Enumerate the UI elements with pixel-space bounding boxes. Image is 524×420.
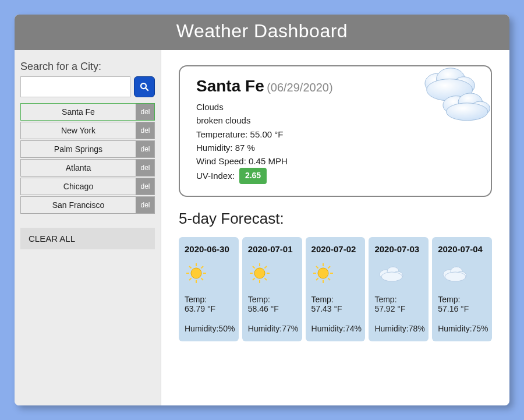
svg-line-16 bbox=[189, 266, 192, 269]
history-delete-button[interactable]: del bbox=[136, 122, 154, 139]
humidity-value: 87 % bbox=[235, 143, 255, 153]
search-button[interactable] bbox=[134, 76, 155, 97]
forecast-temp-value: 63.79 °F bbox=[185, 304, 233, 313]
svg-point-40 bbox=[381, 272, 402, 281]
forecast-temp-value: 57.92 °F bbox=[374, 304, 423, 313]
big-cloud-icon bbox=[407, 61, 494, 125]
svg-line-36 bbox=[328, 266, 330, 269]
forecast-temp-label: Temp: bbox=[374, 295, 423, 304]
svg-line-12 bbox=[201, 278, 203, 280]
history-item-label: San Francisco bbox=[21, 197, 136, 213]
history-item-label: Chicago bbox=[21, 178, 136, 195]
forecast-row: 2020-06-30 Temp: 63.79 °F Humidity:50% 2… bbox=[179, 237, 492, 341]
forecast-card: 2020-07-01 Temp: 58.46 °F Humidity:77% bbox=[242, 237, 302, 341]
history-item[interactable]: New Yorkdel bbox=[20, 122, 155, 139]
history-item[interactable]: Atlantadel bbox=[20, 159, 155, 177]
current-temperature: Temperature: 55.00 °F bbox=[196, 128, 475, 141]
forecast-icon-wrap bbox=[374, 260, 423, 287]
forecast-date: 2020-06-30 bbox=[185, 244, 233, 254]
forecast-temp-label: Temp: bbox=[185, 295, 233, 304]
history-item[interactable]: San Franciscodel bbox=[20, 196, 155, 214]
history-delete-button[interactable]: del bbox=[136, 178, 154, 195]
history-item-label: Palm Springs bbox=[21, 141, 136, 157]
forecast-humidity: Humidity:75% bbox=[438, 324, 486, 333]
search-label: Search for a City: bbox=[20, 61, 155, 73]
history-delete-button[interactable]: del bbox=[136, 197, 154, 213]
search-icon bbox=[139, 82, 150, 92]
search-history-list: Santa FedelNew YorkdelPalm SpringsdelAtl… bbox=[20, 103, 155, 215]
forecast-card: 2020-07-03 Temp: 57.92 °F Humidity:78% bbox=[369, 237, 429, 341]
forecast-temp-value: 57.16 °F bbox=[438, 304, 486, 313]
forecast-icon-wrap bbox=[438, 260, 486, 287]
search-row bbox=[20, 76, 155, 97]
app-body: Search for a City: Santa FedelNew Yorkde… bbox=[15, 50, 509, 405]
cloud-icon bbox=[374, 262, 405, 285]
temp-label: Temperature: bbox=[196, 129, 250, 139]
wind-value: 0.45 MPH bbox=[249, 156, 288, 166]
history-item[interactable]: Santa Fedel bbox=[20, 103, 155, 121]
main-panel: Santa Fe (06/29/2020) Clouds broken clou… bbox=[161, 50, 509, 405]
current-city: Santa Fe bbox=[196, 77, 264, 95]
temp-value: 55.00 °F bbox=[250, 129, 284, 139]
sun-icon bbox=[185, 262, 208, 285]
city-search-input[interactable] bbox=[20, 76, 130, 97]
app-window: Weather Dashboard Search for a City: San… bbox=[15, 15, 509, 405]
forecast-date: 2020-07-03 bbox=[374, 244, 423, 254]
wind-label: Wind Speed: bbox=[196, 156, 249, 166]
current-humidity: Humidity: 87 % bbox=[196, 141, 475, 154]
svg-line-34 bbox=[316, 266, 318, 269]
history-delete-button[interactable]: del bbox=[136, 160, 154, 176]
history-item-label: Atlanta bbox=[21, 160, 136, 176]
history-delete-button[interactable]: del bbox=[136, 141, 154, 157]
forecast-temp-label: Temp: bbox=[438, 295, 486, 304]
svg-line-18 bbox=[201, 266, 203, 269]
svg-line-25 bbox=[253, 266, 255, 269]
svg-point-28 bbox=[318, 268, 328, 278]
forecast-humidity: Humidity:78% bbox=[374, 324, 423, 333]
svg-line-21 bbox=[264, 278, 267, 280]
page-title: Weather Dashboard bbox=[15, 15, 509, 50]
sidebar: Search for a City: Santa FedelNew Yorkde… bbox=[15, 50, 161, 405]
forecast-humidity: Humidity:50% bbox=[185, 324, 233, 333]
history-item[interactable]: Chicagodel bbox=[20, 178, 155, 195]
svg-line-23 bbox=[253, 278, 255, 280]
forecast-icon-wrap bbox=[185, 260, 233, 287]
svg-point-9 bbox=[447, 103, 488, 121]
uv-label: UV-Index: bbox=[196, 169, 235, 182]
svg-point-44 bbox=[445, 272, 466, 281]
history-item-label: New York bbox=[21, 122, 136, 139]
humidity-label: Humidity: bbox=[196, 143, 235, 153]
forecast-card: 2020-07-04 Temp: 57.16 °F Humidity:75% bbox=[432, 237, 492, 341]
svg-line-14 bbox=[189, 278, 192, 280]
forecast-humidity: Humidity:77% bbox=[248, 324, 296, 333]
history-item[interactable]: Palm Springsdel bbox=[20, 140, 155, 158]
history-delete-button[interactable]: del bbox=[136, 104, 154, 120]
svg-point-19 bbox=[254, 268, 265, 278]
sun-icon bbox=[311, 262, 335, 285]
current-wind: Wind Speed: 0.45 MPH bbox=[196, 154, 475, 168]
svg-point-10 bbox=[191, 268, 201, 278]
forecast-card: 2020-06-30 Temp: 63.79 °F Humidity:50% bbox=[179, 237, 239, 341]
svg-line-30 bbox=[328, 278, 330, 280]
history-item-label: Santa Fe bbox=[21, 104, 136, 120]
forecast-icon-wrap bbox=[311, 260, 360, 287]
current-uv: UV-Index: 2.65 bbox=[196, 168, 475, 184]
current-date: (06/29/2020) bbox=[267, 81, 332, 94]
svg-line-27 bbox=[264, 266, 267, 269]
svg-point-0 bbox=[141, 83, 146, 89]
cloud-icon bbox=[438, 262, 468, 285]
forecast-humidity: Humidity:74% bbox=[311, 324, 360, 333]
forecast-temp-value: 57.43 °F bbox=[311, 304, 360, 313]
current-weather-card: Santa Fe (06/29/2020) Clouds broken clou… bbox=[179, 65, 492, 197]
sun-icon bbox=[248, 262, 271, 285]
forecast-date: 2020-07-04 bbox=[438, 244, 486, 254]
forecast-temp-label: Temp: bbox=[311, 295, 360, 304]
clear-all-button[interactable]: CLEAR ALL bbox=[20, 228, 155, 249]
forecast-title: 5-day Forecast: bbox=[179, 210, 492, 228]
forecast-card: 2020-07-02 Temp: 57.43 °F Humidity:74% bbox=[306, 237, 366, 341]
svg-line-32 bbox=[316, 278, 318, 280]
forecast-temp-label: Temp: bbox=[248, 295, 296, 304]
forecast-date: 2020-07-01 bbox=[248, 244, 296, 254]
uv-badge: 2.65 bbox=[239, 168, 267, 184]
forecast-icon-wrap bbox=[248, 260, 296, 287]
